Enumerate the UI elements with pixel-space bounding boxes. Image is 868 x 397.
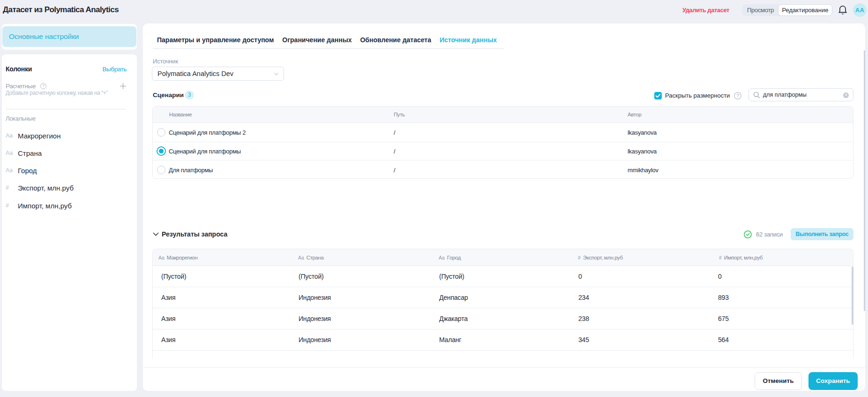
svg-text:?: ? [42, 84, 45, 88]
svg-text:?: ? [736, 93, 739, 99]
